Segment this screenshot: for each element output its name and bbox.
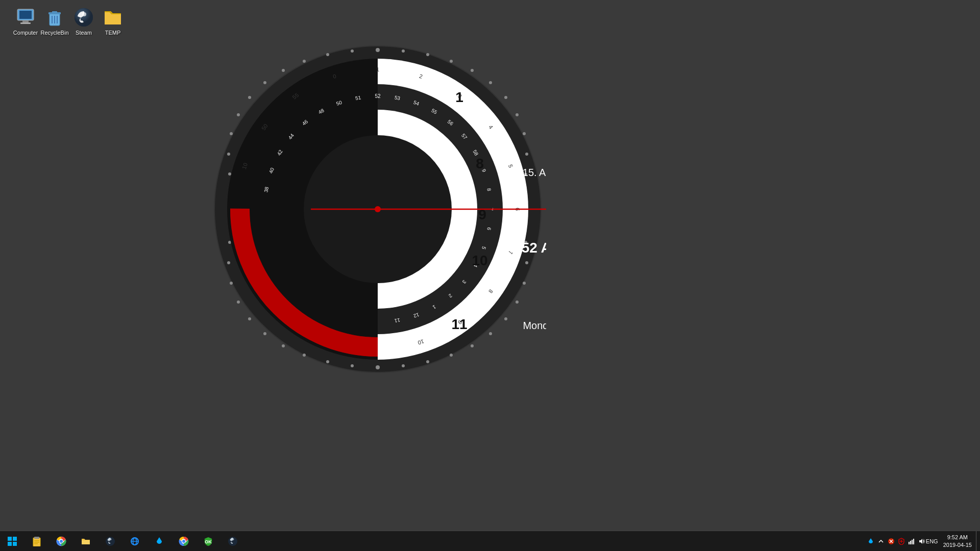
taskbar-icon-water[interactable] xyxy=(147,531,172,552)
svg-text:1: 1 xyxy=(455,89,463,105)
svg-point-47 xyxy=(237,300,240,304)
chrome2-icon xyxy=(179,536,189,546)
steam-desktop-icon xyxy=(74,7,94,28)
show-desktop-button[interactable] xyxy=(976,531,980,552)
svg-point-37 xyxy=(450,354,453,357)
svg-point-56 xyxy=(230,132,233,135)
steam-taskbar-icon xyxy=(105,536,115,546)
taskbar-right: ENG 9:52 AM 2019-04-15 xyxy=(864,531,980,552)
svg-point-141 xyxy=(182,540,185,543)
ie-icon xyxy=(130,536,140,546)
svg-point-21 xyxy=(489,81,492,84)
svg-point-20 xyxy=(471,69,474,72)
taskbar-icon-security[interactable]: OK xyxy=(196,531,220,552)
svg-point-35 xyxy=(489,332,492,335)
svg-text:52: 52 xyxy=(375,93,381,99)
taskbar-icon-steam[interactable] xyxy=(98,531,122,552)
svg-point-63 xyxy=(351,49,354,53)
tray-arrow-icon[interactable] xyxy=(876,531,886,552)
taskbar-icon-chrome2[interactable] xyxy=(172,531,196,552)
start-button[interactable] xyxy=(0,531,24,552)
desktop: Computer RecycleBin xyxy=(0,0,980,531)
chevron-up-icon xyxy=(877,538,885,545)
svg-point-119 xyxy=(375,206,381,212)
svg-point-41 xyxy=(351,364,354,367)
svg-rect-122 xyxy=(8,542,12,546)
svg-text:8: 8 xyxy=(476,156,484,171)
svg-text:1: 1 xyxy=(376,66,379,72)
svg-point-42 xyxy=(326,360,329,363)
svg-text:10: 10 xyxy=(472,253,487,268)
temp-folder-icon xyxy=(103,7,123,28)
svg-point-55 xyxy=(227,153,230,156)
taskbar-icon-filemanager[interactable] xyxy=(74,531,98,552)
desktop-icon-temp[interactable]: TEMP xyxy=(92,5,133,38)
svg-rect-1 xyxy=(19,11,32,19)
taskbar-pinned-icons: OK xyxy=(24,531,245,552)
svg-rect-133 xyxy=(82,540,90,544)
tray-defender-icon[interactable] xyxy=(896,531,906,552)
speaker-icon xyxy=(918,538,925,545)
svg-point-45 xyxy=(263,332,266,335)
svg-rect-121 xyxy=(13,537,17,541)
svg-point-61 xyxy=(303,60,306,63)
water-icon xyxy=(154,536,164,546)
tray-water-icon[interactable] xyxy=(866,531,876,552)
network-icon xyxy=(908,538,915,545)
svg-point-34 xyxy=(504,317,507,320)
svg-point-44 xyxy=(282,344,285,347)
clock-widget: 10 50 55 0 1 2 3 4 5 6 7 8 9 10 38 40 42… xyxy=(209,41,546,378)
taskbar-icon-clipboard[interactable] xyxy=(24,531,49,552)
antivirus-icon xyxy=(888,538,895,545)
svg-rect-6 xyxy=(52,11,57,13)
svg-point-60 xyxy=(282,69,285,72)
svg-rect-152 xyxy=(912,540,913,544)
clipboard-icon xyxy=(32,536,42,546)
svg-rect-123 xyxy=(13,542,17,546)
tray-language-indicator[interactable]: ENG xyxy=(927,531,937,552)
taskbar-icon-steam2[interactable] xyxy=(220,531,245,552)
taskbar-time: 9:52 AM xyxy=(947,534,968,541)
svg-point-38 xyxy=(426,360,429,363)
svg-point-40 xyxy=(376,365,380,369)
svg-point-48 xyxy=(230,282,233,285)
system-tray: ENG xyxy=(864,531,939,552)
recyclebin-icon xyxy=(44,7,65,28)
svg-text:OK: OK xyxy=(205,539,212,544)
taskbar-date: 2019-04-15 xyxy=(943,541,972,548)
tray-network-icon[interactable] xyxy=(906,531,917,552)
svg-point-46 xyxy=(248,317,251,320)
svg-point-11 xyxy=(75,8,93,27)
svg-point-57 xyxy=(237,113,240,116)
svg-point-43 xyxy=(303,354,306,357)
svg-rect-127 xyxy=(34,542,39,543)
shield-icon: OK xyxy=(203,536,213,546)
svg-rect-2 xyxy=(22,20,29,22)
svg-rect-153 xyxy=(913,539,914,544)
tray-sound-icon[interactable] xyxy=(917,531,927,552)
svg-marker-154 xyxy=(919,539,922,544)
svg-point-62 xyxy=(326,53,329,56)
svg-rect-128 xyxy=(34,543,38,544)
time-text: 9:52 AM xyxy=(509,240,546,256)
svg-rect-120 xyxy=(8,537,12,541)
svg-rect-126 xyxy=(34,540,39,541)
svg-text:11: 11 xyxy=(451,316,467,332)
svg-point-132 xyxy=(60,540,63,543)
windows-logo-icon xyxy=(8,537,17,546)
svg-point-24 xyxy=(523,132,526,135)
taskbar-icon-ie[interactable] xyxy=(122,531,147,552)
clock-svg: 10 50 55 0 1 2 3 4 5 6 7 8 9 10 38 40 42… xyxy=(209,41,546,378)
svg-point-17 xyxy=(402,49,405,53)
tray-antivirus-icon[interactable] xyxy=(886,531,896,552)
svg-point-18 xyxy=(426,53,429,56)
svg-point-49 xyxy=(227,261,230,264)
svg-point-58 xyxy=(248,96,251,99)
svg-point-39 xyxy=(402,364,405,367)
defender-icon xyxy=(898,538,905,545)
svg-point-25 xyxy=(525,153,528,156)
taskbar-icon-chrome[interactable] xyxy=(49,531,74,552)
svg-point-12 xyxy=(82,12,86,16)
taskbar-clock[interactable]: 9:52 AM 2019-04-15 xyxy=(939,531,976,552)
svg-rect-150 xyxy=(909,542,910,544)
